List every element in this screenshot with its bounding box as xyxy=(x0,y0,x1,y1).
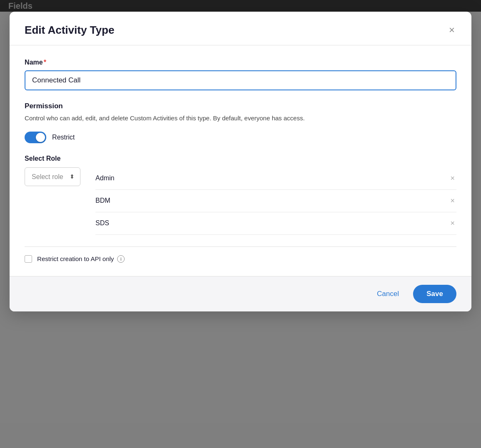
restrict-toggle-row: Restrict xyxy=(25,132,456,143)
modal-overlay: Edit Activity Type × Name* Permission Co… xyxy=(0,0,481,448)
role-select[interactable]: Select role Admin BDM SDS xyxy=(25,167,80,186)
role-list: Admin × BDM × SDS × xyxy=(95,167,456,235)
permission-section-title: Permission xyxy=(25,102,456,110)
cancel-button[interactable]: Cancel xyxy=(369,286,406,302)
select-role-label: Select Role xyxy=(25,155,456,162)
modal-body: Name* Permission Control who can add, ed… xyxy=(10,45,471,276)
remove-sds-button[interactable]: × xyxy=(448,218,456,229)
info-icon[interactable]: i xyxy=(117,255,125,263)
page-background: Fields Edit Activity Type × Name* Permis… xyxy=(0,0,481,448)
role-item: Admin × xyxy=(95,167,456,190)
name-label: Name* xyxy=(25,59,456,66)
required-indicator: * xyxy=(44,59,46,66)
modal-footer: Cancel Save xyxy=(10,276,471,311)
toggle-track xyxy=(25,132,46,143)
api-restriction-row: Restrict creation to API only i xyxy=(25,255,456,263)
close-button[interactable]: × xyxy=(447,23,456,37)
modal-title: Edit Activity Type xyxy=(25,24,114,37)
remove-bdm-button[interactable]: × xyxy=(448,196,456,206)
permission-description: Control who can add, edit, and delete Cu… xyxy=(25,114,456,123)
role-item: SDS × xyxy=(95,212,456,235)
edit-activity-type-modal: Edit Activity Type × Name* Permission Co… xyxy=(10,12,471,311)
role-item: BDM × xyxy=(95,190,456,212)
restrict-toggle[interactable] xyxy=(25,132,46,143)
save-button[interactable]: Save xyxy=(413,285,456,303)
restrict-label: Restrict xyxy=(52,134,75,141)
role-name-bdm: BDM xyxy=(95,197,110,204)
modal-header: Edit Activity Type × xyxy=(10,12,471,45)
api-only-checkbox[interactable] xyxy=(25,255,32,263)
toggle-thumb xyxy=(36,133,45,142)
role-name-admin: Admin xyxy=(95,174,114,182)
remove-admin-button[interactable]: × xyxy=(448,173,456,184)
name-input[interactable] xyxy=(25,70,456,90)
role-name-sds: SDS xyxy=(95,219,109,227)
api-restriction-label: Restrict creation to API only i xyxy=(37,255,125,263)
body-bottom-divider xyxy=(25,246,456,247)
role-select-container: Select role Admin BDM SDS ⬍ xyxy=(25,167,80,186)
role-section: Select role Admin BDM SDS ⬍ Admin × xyxy=(25,167,456,235)
